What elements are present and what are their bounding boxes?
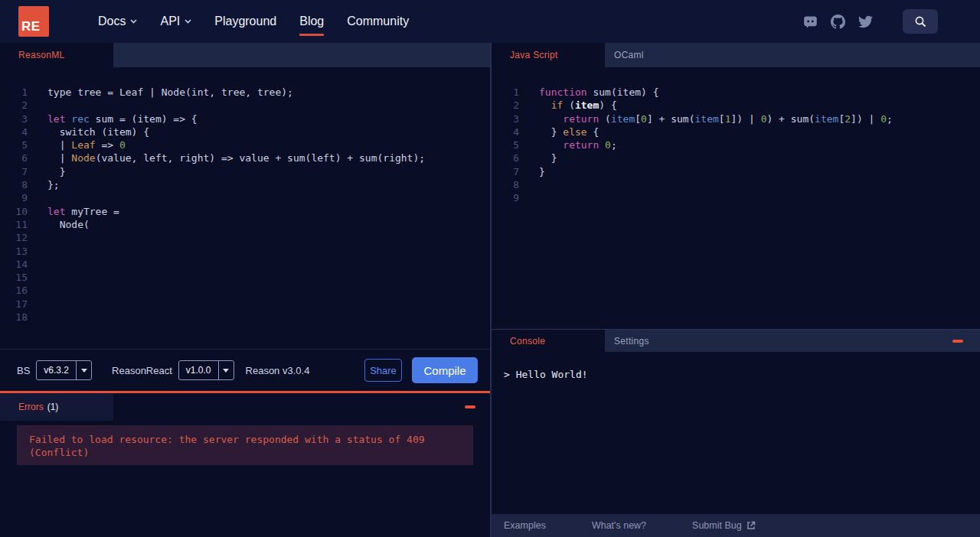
- tab-errors[interactable]: Errors (1): [0, 393, 113, 421]
- code-line: 10let myTree =: [0, 205, 490, 218]
- examples-label: Examples: [504, 520, 546, 531]
- nav-label-playground: Playground: [214, 15, 276, 28]
- left-tabbar: ReasonML: [0, 43, 490, 67]
- collapse-errors-icon[interactable]: [465, 405, 475, 408]
- console-tabbar: Console Settings: [492, 330, 980, 352]
- reasonreact-label: ReasonReact: [112, 365, 172, 376]
- right-tabbar: Java Script OCaml: [492, 43, 980, 67]
- code-line: 4 switch (item) {: [0, 125, 490, 138]
- search-button[interactable]: [903, 9, 938, 34]
- output-pane: Java Script OCaml 1function sum(item) {2…: [492, 43, 980, 537]
- nav-item-api[interactable]: API: [160, 10, 191, 33]
- errors-title: Errors: [18, 402, 44, 412]
- nav-label-api: API: [160, 15, 180, 28]
- compile-button[interactable]: Compile: [412, 357, 478, 383]
- tab-console[interactable]: Console: [492, 330, 605, 352]
- code-line: 5 return 0;: [492, 138, 980, 151]
- logo-text: RE: [21, 19, 41, 34]
- dropdown-caret-icon: [76, 361, 91, 379]
- console-output-line: > Hello World!: [504, 369, 588, 380]
- navbar: RE Docs API Playground Blog Community: [0, 0, 980, 43]
- code-line: 1type tree = Leaf | Node(int, tree, tree…: [0, 86, 490, 99]
- reason-code-editor[interactable]: 1type tree = Leaf | Node(int, tree, tree…: [0, 67, 490, 349]
- code-line: 2: [0, 99, 490, 112]
- nav-label-community: Community: [347, 15, 409, 28]
- search-icon: [914, 15, 927, 28]
- chevron-down-icon: [185, 19, 191, 24]
- reason-editor-pane: ReasonML 1type tree = Leaf | Node(int, t…: [0, 43, 490, 537]
- code-line: 14: [0, 258, 490, 271]
- github-icon[interactable]: [831, 15, 845, 29]
- code-line: 18: [0, 311, 490, 324]
- errors-header: Errors (1): [0, 393, 490, 421]
- code-line: 4 } else {: [492, 125, 980, 138]
- external-link-icon: [746, 521, 756, 530]
- code-line: 8};: [0, 178, 490, 191]
- code-line: 16: [0, 284, 490, 297]
- reasonreact-version-value: v1.0.0: [179, 361, 218, 379]
- collapse-console-icon[interactable]: [952, 340, 963, 343]
- tab-console-label: Console: [510, 336, 545, 347]
- reasonml-playground: RE Docs API Playground Blog Community: [0, 0, 980, 537]
- reason-version: Reason v3.0.4: [246, 365, 310, 376]
- code-line: 8: [492, 178, 980, 191]
- nav-item-community[interactable]: Community: [347, 10, 409, 33]
- tab-ocaml[interactable]: OCaml: [605, 43, 653, 67]
- code-line: 3 return (item[0] + sum(item[1]) | 0) + …: [492, 112, 980, 125]
- nav-label-blog: Blog: [299, 15, 324, 28]
- javascript-output-editor[interactable]: 1function sum(item) {2 if (item) {3 retu…: [492, 67, 980, 329]
- submit-bug-label: Submit Bug: [692, 520, 742, 531]
- submit-bug-link[interactable]: Submit Bug: [692, 520, 756, 531]
- code-line: 12: [0, 231, 490, 244]
- nav-label-docs: Docs: [98, 15, 126, 28]
- twitter-icon[interactable]: [858, 15, 873, 29]
- code-line: 7 }: [0, 165, 490, 178]
- code-line: 15: [0, 271, 490, 284]
- compiler-toolbar: BS v6.3.2 ReasonReact v1.0.0 Reason v3.0…: [0, 349, 490, 391]
- code-line: 11 Node(: [0, 218, 490, 231]
- nav-item-docs[interactable]: Docs: [98, 10, 137, 33]
- reasonreact-version-dropdown[interactable]: v1.0.0: [178, 360, 234, 380]
- bs-label: BS: [17, 365, 30, 376]
- tab-reasonml[interactable]: ReasonML: [0, 43, 113, 67]
- error-message: Failed to load resource: the server resp…: [17, 425, 473, 465]
- discord-icon[interactable]: [803, 15, 818, 29]
- code-line: 1function sum(item) {: [492, 86, 980, 99]
- code-line: 6 }: [492, 151, 980, 164]
- tab-ocaml-label: OCaml: [614, 50, 644, 60]
- tab-settings[interactable]: Settings: [605, 330, 658, 352]
- code-line: 7}: [492, 165, 980, 178]
- tab-javascript-label: Java Script: [510, 50, 558, 60]
- console-output: > Hello World!: [492, 352, 980, 514]
- tab-javascript[interactable]: Java Script: [492, 43, 605, 67]
- code-line: 17: [0, 298, 490, 311]
- code-line: 5 | Leaf => 0: [0, 138, 490, 151]
- share-button[interactable]: Share: [364, 359, 402, 382]
- code-line: 2 if (item) {: [492, 99, 980, 112]
- code-line: 9: [0, 191, 490, 204]
- code-line: 9: [492, 191, 980, 204]
- main-nav: Docs API Playground Blog Community: [98, 10, 409, 33]
- code-line: 6 | Node(value, left, right) => value + …: [0, 151, 490, 164]
- errors-count: (1): [47, 402, 59, 412]
- nav-right: [803, 9, 938, 34]
- dropdown-caret-icon: [218, 361, 234, 379]
- examples-link[interactable]: Examples: [504, 520, 546, 531]
- bs-version-dropdown[interactable]: v6.3.2: [36, 360, 92, 380]
- nav-item-playground[interactable]: Playground: [214, 10, 276, 33]
- whats-new-link[interactable]: What's new?: [592, 520, 646, 531]
- tab-reasonml-label: ReasonML: [18, 50, 64, 60]
- playground-footer: Examples What's new? Submit Bug: [492, 514, 980, 537]
- nav-item-blog[interactable]: Blog: [299, 10, 324, 33]
- reason-logo[interactable]: RE: [18, 6, 49, 37]
- whats-new-label: What's new?: [592, 520, 646, 531]
- chevron-down-icon: [130, 19, 137, 24]
- code-line: 3let rec sum = (item) => {: [0, 112, 490, 125]
- bs-version-value: v6.3.2: [37, 361, 76, 379]
- code-line: 13: [0, 245, 490, 258]
- tab-settings-label: Settings: [614, 336, 649, 347]
